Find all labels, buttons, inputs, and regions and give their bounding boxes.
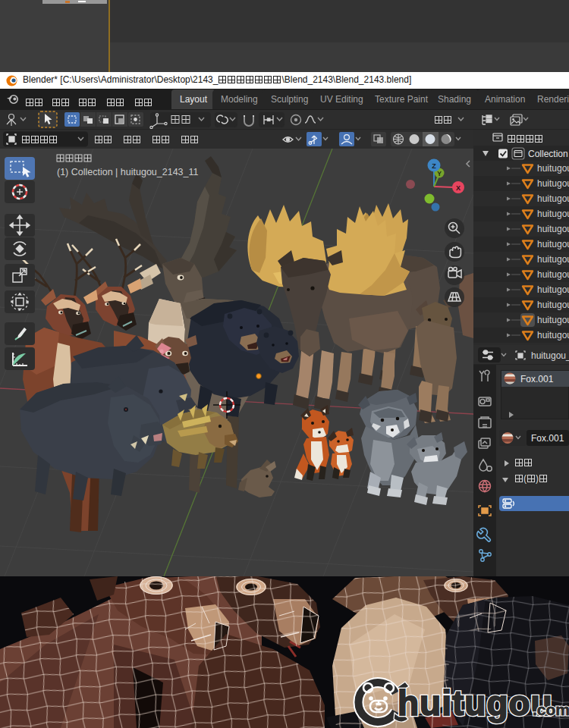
svg-text:(1) Collection | huitugou_2143: (1) Collection | huitugou_2143_11 (57, 167, 199, 177)
svg-text:X: X (456, 184, 461, 192)
svg-text:.com: .com (533, 701, 569, 718)
svg-text:huitugou: huitugou (398, 683, 553, 723)
svg-text:Z: Z (432, 162, 436, 170)
svg-text:Y: Y (437, 170, 442, 177)
